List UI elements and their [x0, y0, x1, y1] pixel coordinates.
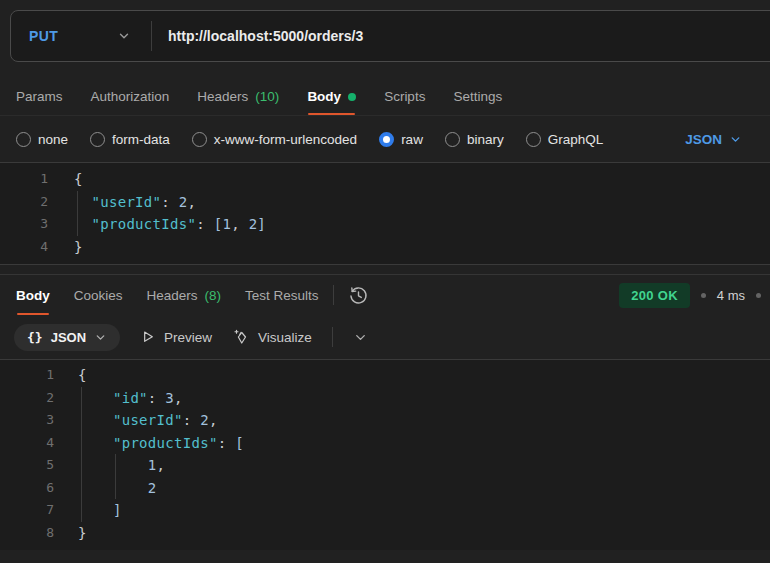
body-mode-form-data[interactable]: form-data	[90, 132, 170, 147]
visualize-button[interactable]: Visualize	[232, 328, 312, 346]
code-line[interactable]: 4}	[0, 236, 770, 259]
body-mode-label: form-data	[112, 132, 170, 147]
response-tab-test-results[interactable]: Test Results	[245, 275, 319, 315]
code-line[interactable]: 8}	[0, 522, 770, 545]
body-mode-none[interactable]: none	[16, 132, 68, 147]
request-tab-params[interactable]: Params	[16, 78, 63, 115]
code-text: }	[78, 522, 87, 545]
raw-language-dropdown[interactable]: JSON	[685, 132, 742, 147]
tab-label: Body	[16, 288, 50, 303]
visualize-label: Visualize	[258, 330, 312, 345]
request-tabs: ParamsAuthorizationHeaders(10)BodyScript…	[0, 78, 770, 116]
controls-divider	[332, 327, 333, 347]
request-tab-authorization[interactable]: Authorization	[91, 78, 170, 115]
line-number: 1	[0, 168, 48, 191]
code-line[interactable]: 1{	[0, 364, 770, 387]
indent-guide	[77, 191, 78, 236]
request-tab-headers[interactable]: Headers(10)	[197, 78, 279, 115]
line-number: 3	[0, 409, 54, 432]
line-number: 2	[0, 387, 54, 410]
line-number: 7	[0, 499, 54, 522]
code-text: "id": 3,	[78, 387, 183, 410]
radio-icon	[192, 132, 207, 147]
request-tab-scripts[interactable]: Scripts	[384, 78, 425, 115]
visualize-sparkle-icon	[232, 328, 250, 346]
request-tab-settings[interactable]: Settings	[453, 78, 502, 115]
code-line[interactable]: 7 ]	[0, 499, 770, 522]
status-badge[interactable]: 200 OK	[619, 283, 690, 308]
code-line[interactable]: 1{	[0, 168, 770, 191]
play-outline-icon	[140, 329, 156, 345]
pane-separator	[0, 265, 770, 274]
body-mode-label: raw	[401, 132, 423, 147]
body-mode-graphql[interactable]: GraphQL	[526, 132, 604, 147]
tab-label: Settings	[453, 89, 502, 104]
response-pane: BodyCookiesHeaders(8)Test Results 200 OK…	[0, 274, 770, 550]
chevron-down-icon	[117, 29, 131, 43]
line-number: 6	[0, 477, 54, 500]
more-options-chevron-icon[interactable]	[353, 330, 368, 345]
braces-icon: {}	[27, 330, 43, 345]
request-body-editor[interactable]: 1{2 "userId": 2,3 "productIds": [1, 2]4}	[0, 162, 770, 265]
line-number: 5	[0, 454, 54, 477]
dot-separator	[701, 293, 706, 298]
body-mode-x-www-form-urlencoded[interactable]: x-www-form-urlencoded	[192, 132, 357, 147]
tab-label: Authorization	[91, 89, 170, 104]
code-text: "userId": 2,	[74, 191, 196, 214]
code-line[interactable]: 3 "productIds": [1, 2]	[0, 213, 770, 236]
green-dot-indicator	[348, 93, 356, 101]
request-tab-body[interactable]: Body	[307, 78, 356, 115]
code-line[interactable]: 2 "id": 3,	[0, 387, 770, 410]
line-number: 3	[0, 213, 48, 236]
tab-count-badge: (8)	[205, 288, 222, 303]
tab-label: Params	[16, 89, 63, 104]
response-body-editor[interactable]: 1{2 "id": 3,3 "userId": 2,4 "productIds"…	[0, 359, 770, 550]
body-mode-label: binary	[467, 132, 504, 147]
dot-separator	[756, 293, 761, 298]
response-status-group: 200 OK 4 ms	[619, 275, 761, 315]
radio-icon	[445, 132, 460, 147]
tab-label: Headers	[147, 288, 198, 303]
request-pane: PUT ParamsAuthorizationHeaders(10)BodySc…	[0, 10, 770, 265]
method-selector[interactable]: PUT	[11, 11, 151, 61]
history-clock-icon	[348, 285, 369, 306]
radio-selected-icon	[379, 132, 394, 147]
tab-label: Body	[307, 89, 341, 104]
response-tab-body[interactable]: Body	[16, 275, 50, 315]
response-view-controls: {} JSON Preview Visualize	[0, 315, 770, 359]
code-text: ]	[78, 499, 122, 522]
code-line[interactable]: 4 "productIds": [	[0, 432, 770, 455]
code-text: "productIds": [1, 2]	[74, 213, 266, 236]
line-number: 1	[0, 364, 54, 387]
method-label: PUT	[29, 28, 58, 44]
chevron-down-icon	[94, 331, 107, 344]
code-text: "productIds": [	[78, 432, 244, 455]
code-text: {	[78, 364, 87, 387]
line-number: 4	[0, 236, 48, 259]
tab-count-badge: (10)	[255, 89, 279, 104]
body-mode-raw[interactable]: raw	[379, 132, 423, 147]
tab-label: Headers	[197, 89, 248, 104]
line-number: 2	[0, 191, 48, 214]
indent-guide	[115, 454, 116, 499]
line-number: 4	[0, 432, 54, 455]
preview-label: Preview	[164, 330, 212, 345]
response-format-label: JSON	[51, 330, 86, 345]
response-tab-headers[interactable]: Headers(8)	[147, 275, 222, 315]
preview-button[interactable]: Preview	[140, 329, 212, 345]
code-line[interactable]: 3 "userId": 2,	[0, 409, 770, 432]
code-text: 2	[78, 477, 157, 500]
code-text: {	[74, 168, 83, 191]
history-button[interactable]	[348, 275, 369, 315]
chevron-down-icon	[729, 133, 742, 146]
response-tab-cookies[interactable]: Cookies	[74, 275, 123, 315]
response-tabs-divider	[333, 285, 334, 305]
url-input[interactable]	[152, 28, 770, 44]
radio-icon	[526, 132, 541, 147]
response-format-dropdown[interactable]: {} JSON	[14, 324, 120, 351]
code-line[interactable]: 2 "userId": 2,	[0, 191, 770, 214]
response-time[interactable]: 4 ms	[717, 288, 745, 303]
body-mode-binary[interactable]: binary	[445, 132, 504, 147]
code-text: }	[74, 236, 83, 259]
code-text: 1,	[78, 454, 165, 477]
